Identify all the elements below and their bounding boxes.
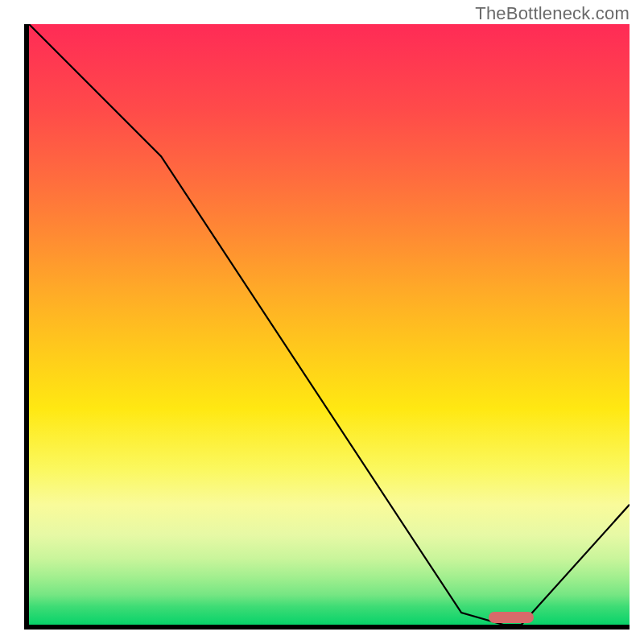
chart-root: TheBottleneck.com: [0, 0, 644, 644]
optimal-range-marker: [489, 612, 534, 624]
watermark-text: TheBottleneck.com: [475, 3, 630, 24]
axis-y: [24, 24, 29, 630]
axis-x: [24, 625, 630, 630]
heatmap-gradient: [29, 24, 630, 625]
